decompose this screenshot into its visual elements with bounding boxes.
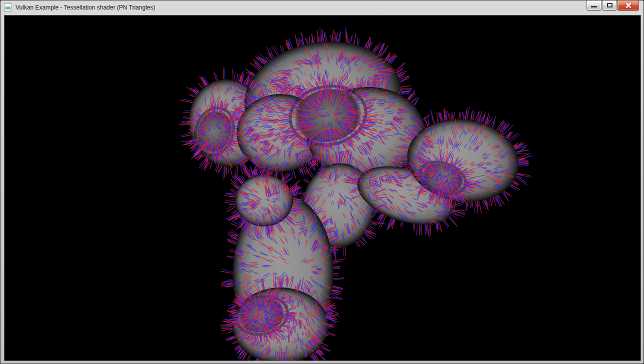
close-button[interactable]	[618, 0, 639, 10]
window-title: Vulkan Example - Tessellation shader (PN…	[16, 0, 155, 15]
viewport-canvas[interactable]	[4, 16, 640, 360]
app-window: Vulkan Example - Tessellation shader (PN…	[0, 0, 644, 364]
titlebar[interactable]: Vulkan Example - Tessellation shader (PN…	[0, 0, 644, 15]
maximize-icon	[607, 3, 612, 8]
app-icon[interactable]	[4, 4, 12, 12]
window-controls	[586, 0, 639, 10]
render-viewport	[4, 15, 641, 361]
minimize-button[interactable]	[586, 0, 602, 10]
app-icon-art	[6, 6, 10, 10]
maximize-button[interactable]	[602, 0, 617, 10]
minimize-icon	[591, 6, 597, 8]
